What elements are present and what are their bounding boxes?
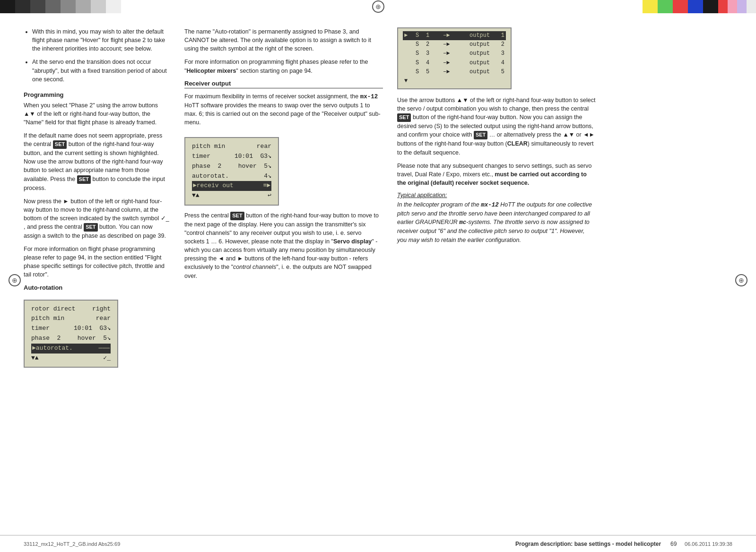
set-badge-2: SET	[77, 175, 91, 184]
programming-text-1: When you select "Phase 2" using the arro…	[24, 101, 170, 127]
top-bar-right-block	[643, 0, 658, 13]
main-content: ⊕ ⊕ With this in mind, you may wish to a…	[0, 13, 756, 388]
output-table: ► S 1 –► output 1 S 2 –► output 2 S 3 –►	[397, 27, 512, 89]
programming-text-4: For more information on flight phase pro…	[24, 245, 170, 279]
output-row-3: S 3 –► output 3	[403, 49, 506, 58]
right-crosshair: ⊕	[735, 274, 747, 286]
screen-row-1: rotor direct right	[31, 304, 111, 314]
m-screen-row-3: phase 2 hover 5↘	[192, 162, 271, 172]
press-text: Press the central SET button of the righ…	[184, 211, 383, 280]
auto-rotation-heading: Auto-rotation	[24, 284, 170, 291]
note-text: Please note that any subsequent changes …	[397, 162, 596, 187]
set-badge-3: SET	[84, 223, 97, 232]
output-row-1-highlighted: ► S 1 –► output 1	[403, 31, 506, 40]
screen-row-2: pitch min rear	[31, 314, 111, 324]
m-screen-row-6: ▼▲ ↩	[192, 191, 271, 201]
top-bar-right-block	[728, 0, 737, 13]
top-bar-left-block	[45, 0, 61, 13]
top-bar-right	[605, 0, 756, 13]
auto-rotation-text: The name "Auto-rotation" is permanently …	[184, 27, 383, 53]
output-row-4: S 4 –► output 4	[403, 59, 506, 68]
top-bar-left-block	[15, 0, 30, 13]
footer-page-number: 69	[670, 541, 685, 547]
top-bar-right-block	[673, 0, 688, 13]
footer-left-text: 33112_mx12_HoTT_2_GB.indd Abs25:69	[24, 541, 120, 547]
footer-center-text: Program description: base settings - mod…	[120, 541, 670, 547]
flight-phases-text: For more information on programming flig…	[184, 58, 383, 75]
top-bar-center: ⊕	[151, 0, 605, 13]
top-bar-left-block	[61, 0, 76, 13]
typical-app-label: Typical application:	[397, 192, 596, 198]
top-bar-left	[0, 0, 151, 13]
bullet-item-2: At the servo end the transition does not…	[32, 58, 170, 83]
output-row-5: S 5 –► output 5	[403, 68, 506, 77]
middle-column: The name "Auto-rotation" is permanently …	[184, 27, 383, 373]
right-column: ► S 1 –► output 1 S 2 –► output 2 S 3 –►	[397, 27, 596, 373]
programming-heading: Programming	[24, 91, 170, 98]
mx12-1: mx-12	[360, 94, 378, 100]
bullet-item-1: With this in mind, you may wish to alter…	[32, 27, 170, 53]
set-badge-right-2: SET	[474, 131, 487, 139]
set-badge-mid: SET	[230, 212, 244, 220]
top-bar-right-block	[688, 0, 703, 13]
top-bar-right-block	[658, 0, 673, 13]
receiver-output-heading: Receiver output	[184, 80, 383, 88]
screen-row-5-highlighted: ►autorotat. ———	[31, 344, 111, 354]
output-row-bottom: ▼	[403, 77, 506, 86]
screen-row-3: timer 10:01 G3↘	[31, 324, 111, 334]
or-text: or	[576, 131, 582, 138]
typical-app-text: In the helicopter program of the mx-12 H…	[397, 200, 596, 244]
output-row-2: S 2 –► output 2	[403, 40, 506, 49]
top-bar-right-block	[737, 0, 747, 13]
mx12-right: mx-12	[481, 202, 499, 208]
m-screen-row-4: autorotat. 4↘	[192, 172, 271, 181]
top-bar-left-block	[91, 0, 106, 13]
set-badge-right-1: SET	[397, 113, 411, 122]
receiver-text-1: For maximum flexibility in terms of rece…	[184, 92, 383, 127]
middle-screen: pitch min rear timer 10:01 G3↘ phase 2 h…	[184, 137, 279, 206]
bullet-list: With this in mind, you may wish to alter…	[24, 27, 170, 84]
footer-right-text: 06.06.2011 19:39:38	[685, 541, 732, 547]
top-bar-right-block	[703, 0, 718, 13]
mc-right: mc	[459, 219, 466, 226]
top-bar-right-block	[747, 0, 756, 13]
programming-text-2: If the default name does not seem approp…	[24, 131, 170, 192]
top-bar-left-block	[0, 0, 15, 13]
left-column: With this in mind, you may wish to alter…	[24, 27, 170, 373]
left-crosshair: ⊕	[9, 274, 21, 286]
screen-row-6: ▼▲ ✓_	[31, 354, 111, 363]
top-bar-left-block	[76, 0, 91, 13]
m-screen-row-1: pitch min rear	[192, 142, 271, 152]
auto-rotation-screen: rotor direct right pitch min rear timer …	[24, 300, 118, 368]
set-badge-1: SET	[53, 140, 67, 149]
m-screen-row-5-highlighted: ►receiv out ≡►	[192, 181, 271, 191]
use-arrow-text: Use the arrow buttons ▲▼ of the left or …	[397, 96, 596, 157]
top-bar: ⊕	[0, 0, 756, 13]
m-screen-row-2: timer 10:01 G3↘	[192, 152, 271, 162]
crosshair-center: ⊕	[372, 0, 384, 13]
screen-row-4: phase 2 hover 5↘	[31, 334, 111, 344]
footer: 33112_mx12_HoTT_2_GB.indd Abs25:69 Progr…	[0, 535, 756, 552]
top-bar-left-block	[30, 0, 45, 13]
top-bar-left-block	[106, 0, 121, 13]
programming-text-3: Now press the ► button of the left or ri…	[24, 197, 170, 240]
top-bar-right-block	[718, 0, 728, 13]
